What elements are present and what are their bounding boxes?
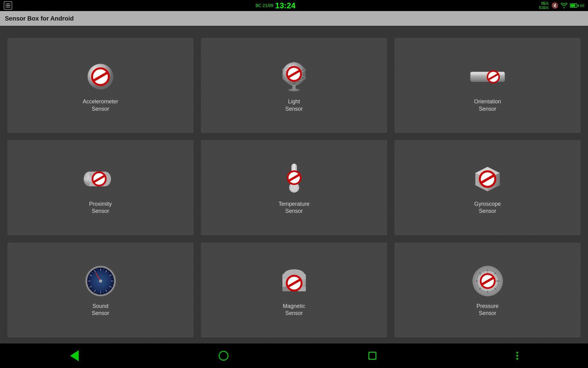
gyroscope-icon-area (469, 161, 506, 197)
proximity-icon (82, 167, 119, 190)
home-icon (219, 351, 228, 361)
sensor-grid: Accelerometer Sensor (0, 32, 588, 343)
back-icon (70, 350, 79, 361)
temperature-icon (286, 162, 303, 196)
magnetic-icon-area (276, 263, 312, 300)
title-bar: Sensor Box for Android (0, 11, 588, 26)
svg-rect-1 (8, 3, 10, 5)
more-button[interactable] (504, 349, 530, 363)
temperature-card[interactable]: Temperature Sensor (201, 140, 387, 235)
light-icon (280, 60, 308, 94)
pressure-icon: 0 50 (472, 265, 504, 297)
more-icon (516, 352, 518, 360)
sensor-row-2: Proximity Sensor (7, 140, 581, 235)
gyroscope-card[interactable]: Gyroscope Sensor (394, 140, 581, 235)
gyroscope-label: Gyroscope Sensor (474, 201, 501, 215)
main-content: Accelerometer Sensor (0, 26, 588, 343)
mute-icon: 🔇 (552, 2, 558, 9)
network-up: 0Б/с (541, 1, 549, 6)
app-title: Sensor Box for Android (5, 15, 74, 22)
nav-bar (0, 343, 588, 368)
status-bar: ВС 21/09 13:24 0Б/с 51Б/с 🔇 88 (0, 0, 588, 11)
svg-rect-0 (6, 3, 8, 5)
network-down: 51Б/с (539, 6, 549, 10)
battery-icon: 88 (570, 3, 584, 8)
status-right: 0Б/с 51Б/с 🔇 88 (539, 1, 584, 10)
status-left (4, 1, 12, 10)
svg-rect-2 (6, 6, 8, 8)
status-center: ВС 21/09 13:24 (256, 1, 296, 10)
sound-card[interactable]: Sound Sensor (7, 243, 194, 337)
proximity-icon-area (82, 161, 119, 197)
status-time: 13:24 (275, 1, 296, 10)
orientation-icon-area (469, 58, 506, 95)
sound-icon (85, 265, 117, 297)
accelerometer-icon (85, 61, 116, 92)
gyroscope-icon (472, 164, 503, 194)
sensor-row-1: Accelerometer Sensor (7, 38, 581, 133)
wifi-icon (561, 3, 567, 8)
proximity-card[interactable]: Proximity Sensor (7, 140, 194, 235)
svg-point-76 (100, 280, 101, 282)
pressure-icon-area: 0 50 (469, 263, 506, 300)
accelerometer-label: Accelerometer Sensor (83, 98, 118, 113)
pressure-card[interactable]: 0 50 Pressure Sensor (394, 243, 581, 337)
orientation-label: Orientation Sensor (474, 98, 501, 113)
sound-label: Sound Sensor (92, 303, 109, 317)
accelerometer-card[interactable]: Accelerometer Sensor (7, 38, 194, 133)
app-icon (4, 1, 12, 10)
temperature-icon-area (276, 161, 312, 197)
pressure-label: Pressure Sensor (477, 303, 499, 317)
recent-icon (368, 352, 376, 360)
orientation-card[interactable]: Orientation Sensor (394, 38, 581, 133)
magnetic-icon (278, 265, 310, 297)
light-label: Light Sensor (285, 98, 303, 113)
magnetic-label: Magnetic Sensor (283, 303, 305, 317)
light-card[interactable]: Light Sensor (201, 38, 387, 133)
accelerometer-icon-area (82, 58, 119, 95)
sensor-row-3: Sound Sensor (7, 243, 581, 337)
sound-icon-area (82, 263, 119, 300)
status-date: ВС 21/09 (256, 3, 273, 8)
proximity-label: Proximity Sensor (89, 201, 112, 215)
light-icon-area (276, 58, 312, 95)
svg-rect-3 (8, 6, 10, 8)
home-button[interactable] (206, 348, 241, 364)
temperature-label: Temperature Sensor (278, 201, 309, 215)
back-button[interactable] (58, 347, 91, 364)
orientation-icon (469, 65, 506, 88)
recent-button[interactable] (356, 349, 389, 363)
magnetic-card[interactable]: Magnetic Sensor (201, 243, 387, 337)
